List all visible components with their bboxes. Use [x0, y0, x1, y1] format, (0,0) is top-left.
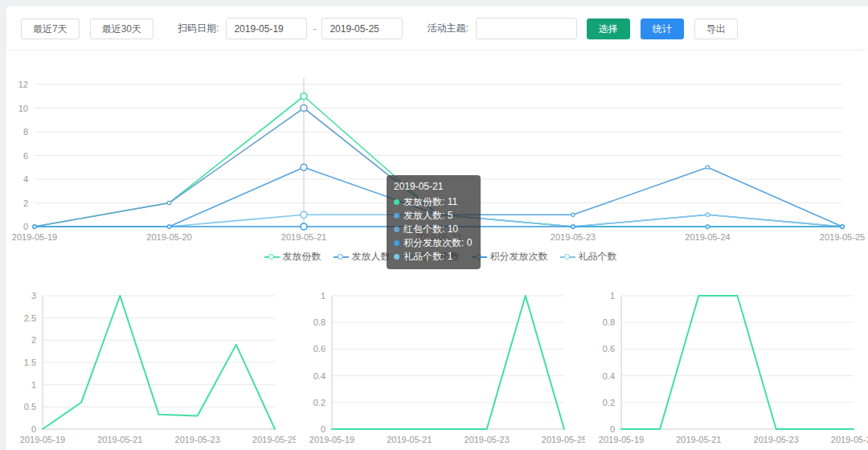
svg-text:2: 2: [31, 335, 36, 345]
legend-line-icon: [560, 253, 575, 261]
svg-text:4: 4: [23, 174, 28, 184]
svg-text:2019-05-25: 2019-05-25: [831, 435, 868, 444]
svg-text:6: 6: [23, 151, 28, 161]
svg-text:2019-05-23: 2019-05-23: [175, 435, 220, 444]
svg-text:2019-05-23: 2019-05-23: [465, 435, 510, 444]
legend-item[interactable]: 发放人数: [334, 250, 391, 264]
legend-item[interactable]: 礼品个数: [560, 250, 617, 264]
select-button[interactable]: 选择: [587, 18, 630, 39]
legend-line-icon: [472, 253, 487, 261]
legend-line-icon: [403, 253, 418, 261]
last-30-days-button[interactable]: 最近30天: [90, 18, 154, 39]
legend-item[interactable]: 红包个数: [403, 250, 460, 264]
last-7-days-button[interactable]: 最近7天: [21, 18, 80, 39]
svg-text:0.5: 0.5: [24, 402, 36, 411]
svg-text:2019-05-21: 2019-05-21: [387, 435, 432, 444]
sub-chart-issued-shares: 00.511.522.532019-05-192019-05-212019-05…: [6, 286, 296, 450]
svg-text:8: 8: [23, 127, 28, 137]
activity-topic-input[interactable]: [476, 18, 577, 39]
svg-text:2019-05-19: 2019-05-19: [20, 435, 65, 444]
legend-label: 发放份数: [283, 250, 321, 264]
svg-text:1: 1: [610, 291, 615, 301]
svg-text:3: 3: [31, 291, 36, 301]
svg-text:0: 0: [610, 424, 615, 434]
svg-text:2: 2: [23, 198, 28, 208]
svg-text:1: 1: [321, 291, 326, 301]
main-chart-area: 0246810122019-05-192019-05-202019-05-212…: [6, 48, 868, 249]
date-to-input[interactable]: [321, 18, 403, 39]
svg-text:1.5: 1.5: [24, 358, 36, 367]
svg-text:2019-05-23: 2019-05-23: [754, 435, 799, 444]
svg-text:0.6: 0.6: [603, 344, 615, 354]
svg-text:2019-05-22: 2019-05-22: [416, 232, 461, 242]
legend-item[interactable]: 发放份数: [264, 250, 321, 264]
svg-text:2.5: 2.5: [24, 313, 36, 323]
svg-text:2019-05-19: 2019-05-19: [599, 435, 644, 444]
legend-label: 红包个数: [421, 250, 460, 264]
main-line-chart[interactable]: 0246810122019-05-192019-05-202019-05-212…: [6, 48, 868, 249]
svg-text:10: 10: [18, 104, 28, 113]
sub-chart-points: 00.20.40.60.812019-05-192019-05-212019-0…: [296, 286, 585, 450]
legend-label: 发放人数: [352, 250, 391, 264]
svg-text:2019-05-19: 2019-05-19: [12, 232, 57, 242]
svg-text:2019-05-25: 2019-05-25: [820, 232, 865, 242]
date-from-input[interactable]: [226, 18, 307, 39]
sub-chart-gifts: 00.20.40.60.812019-05-192019-05-212019-0…: [585, 286, 868, 450]
legend-line-icon: [264, 253, 280, 261]
svg-text:2019-05-20: 2019-05-20: [146, 232, 191, 242]
legend-line-icon: [334, 253, 349, 261]
legend-label: 礼品个数: [579, 250, 617, 264]
svg-text:0.4: 0.4: [313, 371, 326, 381]
svg-text:2019-05-24: 2019-05-24: [685, 232, 730, 242]
svg-text:0: 0: [23, 222, 28, 231]
sub-line-chart-1[interactable]: 00.511.522.532019-05-192019-05-212019-05…: [6, 286, 296, 450]
svg-text:2019-05-25: 2019-05-25: [542, 435, 585, 444]
svg-text:2019-05-21: 2019-05-21: [676, 435, 721, 444]
svg-text:2019-05-23: 2019-05-23: [551, 232, 596, 242]
svg-text:1: 1: [31, 380, 36, 390]
svg-text:2019-05-21: 2019-05-21: [97, 435, 142, 444]
legend-item[interactable]: 积分发放次数: [472, 250, 548, 264]
date-range-separator: -: [313, 23, 316, 35]
svg-text:0.6: 0.6: [313, 344, 326, 354]
content-panel: 最近7天 最近30天 扫码日期: - 活动主题: 选择 统计 导出 024681…: [6, 6, 868, 450]
sub-line-chart-3[interactable]: 00.20.40.60.812019-05-192019-05-212019-0…: [585, 286, 868, 450]
svg-text:0.2: 0.2: [603, 398, 615, 407]
svg-text:0.8: 0.8: [313, 317, 326, 327]
stats-button[interactable]: 统计: [641, 18, 684, 39]
svg-text:2019-05-21: 2019-05-21: [281, 232, 326, 242]
sub-charts-row: 00.511.522.532019-05-192019-05-212019-05…: [6, 286, 868, 450]
svg-text:12: 12: [18, 80, 28, 89]
export-button[interactable]: 导出: [694, 18, 738, 39]
chart-legend: 发放份数发放人数红包个数积分发放次数礼品个数: [6, 250, 868, 264]
sub-line-chart-2[interactable]: 00.20.40.60.812019-05-192019-05-212019-0…: [296, 286, 585, 450]
svg-text:0: 0: [31, 424, 36, 434]
svg-text:0.2: 0.2: [313, 398, 326, 407]
svg-text:0.8: 0.8: [603, 317, 615, 327]
svg-text:0.4: 0.4: [603, 371, 615, 381]
scan-date-label: 扫码日期:: [178, 22, 219, 35]
activity-topic-label: 活动主题:: [427, 22, 468, 35]
svg-text:2019-05-25: 2019-05-25: [252, 435, 296, 444]
filter-toolbar: 最近7天 最近30天 扫码日期: - 活动主题: 选择 统计 导出: [6, 6, 868, 49]
svg-text:2019-05-19: 2019-05-19: [309, 435, 354, 444]
svg-text:0: 0: [321, 424, 326, 434]
legend-label: 积分发放次数: [490, 250, 548, 264]
